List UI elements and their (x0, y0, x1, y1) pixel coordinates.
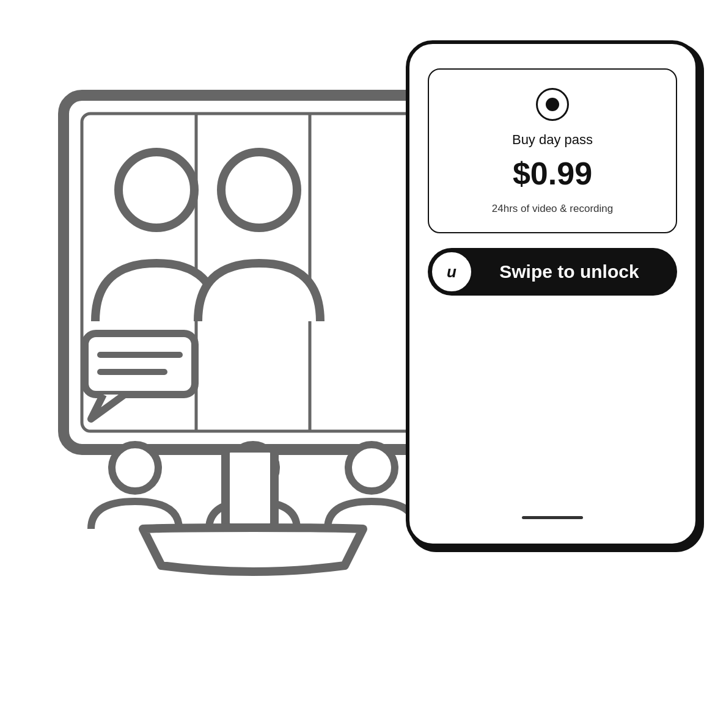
record-icon (536, 88, 569, 121)
pass-card: Buy day pass $0.99 24hrs of video & reco… (428, 68, 677, 233)
phone-body: Buy day pass $0.99 24hrs of video & reco… (406, 40, 699, 547)
phone-illustration: Buy day pass $0.99 24hrs of video & reco… (406, 40, 699, 547)
pass-title: Buy day pass (512, 132, 593, 148)
swipe-to-unlock-button[interactable]: u Swipe to unlock (428, 248, 677, 296)
svg-rect-5 (85, 333, 195, 395)
record-dot (546, 98, 559, 111)
swipe-label: Swipe to unlock (499, 261, 639, 282)
svg-point-11 (348, 445, 395, 491)
pass-price: $0.99 (513, 158, 592, 189)
svg-point-9 (112, 445, 158, 491)
swipe-logo-circle: u (430, 250, 473, 293)
svg-point-4 (119, 152, 194, 228)
swipe-logo-letter: u (447, 263, 457, 282)
home-bar (522, 516, 583, 519)
scene: Buy day pass $0.99 24hrs of video & reco… (27, 28, 699, 700)
svg-rect-12 (226, 448, 274, 528)
pass-description: 24hrs of video & recording (492, 203, 613, 215)
svg-point-8 (221, 152, 297, 228)
